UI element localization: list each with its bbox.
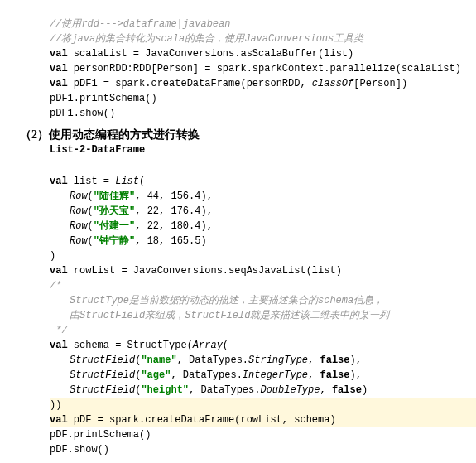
keyword: val <box>50 340 68 351</box>
keyword: val <box>50 176 68 187</box>
structfield-line: StructField("name", DataTypes.StringType… <box>50 353 362 368</box>
code-line: pDF1.show() <box>50 108 115 119</box>
keyword: val <box>50 48 68 60</box>
keyword: val <box>50 63 68 75</box>
code-line: pDF1.printSchema() <box>50 93 157 104</box>
code-line: val schema = StructType(Array( <box>50 340 228 351</box>
row-line: Row("孙天宝", 22, 176.4), <box>50 204 213 219</box>
comment-open: /* <box>50 280 61 292</box>
row-line: Row("钟宁静", 18, 165.5) <box>50 234 207 248</box>
code-line: val rowList = JavaConversions.seqAsJavaL… <box>50 265 342 277</box>
code-line: val list = List( <box>50 176 145 187</box>
keyword: val <box>50 265 68 277</box>
structfield-line: StructField("age", DataTypes.IntegerType… <box>50 368 362 383</box>
code-line: val scalaList = JavaConversions.asScalaB… <box>50 48 353 60</box>
code-line: val pDF1 = spark.createDataFrame(personR… <box>50 78 407 89</box>
highlight-line: val pDF = spark.createDataFrame(rowList,… <box>50 412 476 427</box>
code-line: val personRDD:RDD[Person] = spark.sparkC… <box>50 63 461 75</box>
comment-line: //使用rdd--->dataframe|javabean <box>50 18 230 30</box>
comment-close: */ <box>50 325 68 336</box>
code-line: pDF.show() <box>50 444 109 456</box>
row-line: Row("陆佳辉", 44, 156.4), <box>50 189 213 204</box>
comment-line: //将java的集合转化为scala的集合，使用JavaConversions工… <box>50 33 363 45</box>
section-heading: （2）使用动态编程的方式进行转换 <box>20 128 476 142</box>
keyword: val <box>50 78 68 89</box>
row-line: Row("付建一", 22, 180.4), <box>50 219 213 234</box>
comment-line: StructType是当前数据的动态的描述，主要描述集合的schema信息， <box>50 293 383 308</box>
comment-line: 由StructField来组成，StructField就是来描述该二维表中的某一… <box>50 308 389 323</box>
highlight-line: )) <box>50 398 476 412</box>
code-line: ) <box>50 250 55 262</box>
code-line: pDF.printSchema() <box>50 429 151 441</box>
code-block-2: val list = List( Row("陆佳辉", 44, 156.4), … <box>0 157 476 459</box>
code-block-1: //使用rdd--->dataframe|javabean //将java的集合… <box>0 0 476 123</box>
sub-heading-1: List-2-DataFrame <box>50 144 476 156</box>
keyword: val <box>50 414 68 426</box>
structfield-line: StructField("height", DataTypes.DoubleTy… <box>50 383 368 398</box>
